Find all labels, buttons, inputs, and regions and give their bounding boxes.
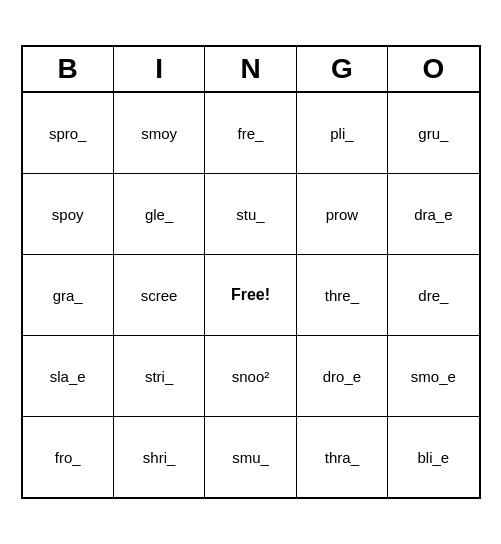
- bingo-cell: Free!: [205, 255, 296, 335]
- header-letter: G: [297, 47, 388, 91]
- bingo-cell: thra_: [297, 417, 388, 497]
- bingo-cell: stri_: [114, 336, 205, 416]
- bingo-header: BINGO: [23, 47, 479, 93]
- bingo-cell: pli_: [297, 93, 388, 173]
- bingo-row: spoygle_stu_prowdra_e: [23, 174, 479, 255]
- header-letter: N: [205, 47, 296, 91]
- bingo-cell: stu_: [205, 174, 296, 254]
- bingo-cell: bli_e: [388, 417, 478, 497]
- bingo-cell: dra_e: [388, 174, 478, 254]
- bingo-cell: smu_: [205, 417, 296, 497]
- bingo-cell: shri_: [114, 417, 205, 497]
- bingo-cell: sla_e: [23, 336, 114, 416]
- bingo-cell: prow: [297, 174, 388, 254]
- bingo-card: BINGO spro_smoyfre_pli_gru_spoygle_stu_p…: [21, 45, 481, 499]
- bingo-row: sla_estri_snoo²dro_esmo_e: [23, 336, 479, 417]
- header-letter: I: [114, 47, 205, 91]
- bingo-grid: spro_smoyfre_pli_gru_spoygle_stu_prowdra…: [23, 93, 479, 497]
- bingo-row: fro_shri_smu_thra_bli_e: [23, 417, 479, 497]
- bingo-cell: snoo²: [205, 336, 296, 416]
- header-letter: B: [23, 47, 114, 91]
- bingo-cell: spro_: [23, 93, 114, 173]
- bingo-cell: gra_: [23, 255, 114, 335]
- bingo-cell: smo_e: [388, 336, 478, 416]
- header-letter: O: [388, 47, 478, 91]
- bingo-cell: dro_e: [297, 336, 388, 416]
- bingo-cell: scree: [114, 255, 205, 335]
- bingo-cell: gle_: [114, 174, 205, 254]
- bingo-row: gra_screeFree!thre_dre_: [23, 255, 479, 336]
- bingo-cell: thre_: [297, 255, 388, 335]
- bingo-cell: fro_: [23, 417, 114, 497]
- bingo-cell: fre_: [205, 93, 296, 173]
- bingo-cell: smoy: [114, 93, 205, 173]
- bingo-cell: spoy: [23, 174, 114, 254]
- bingo-cell: gru_: [388, 93, 478, 173]
- bingo-row: spro_smoyfre_pli_gru_: [23, 93, 479, 174]
- bingo-cell: dre_: [388, 255, 478, 335]
